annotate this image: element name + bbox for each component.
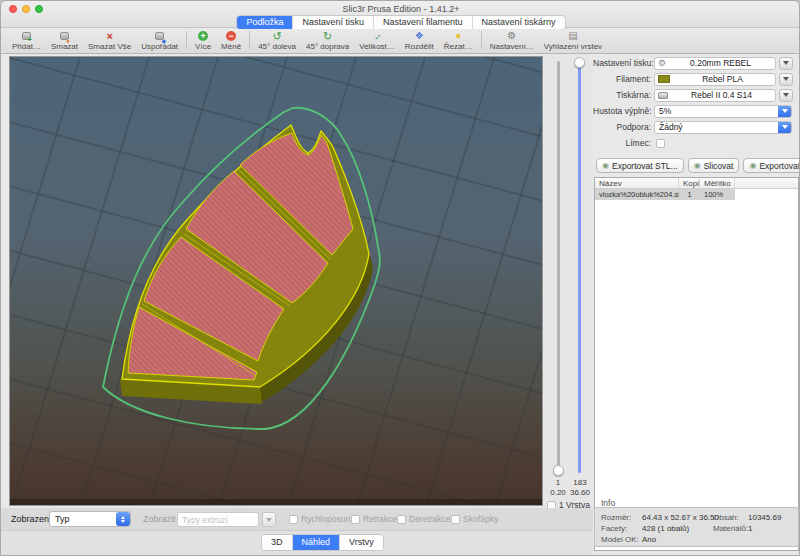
bottom-layer-number: 1	[550, 478, 566, 487]
extrusion-types-placeholder: Typy extruzí	[182, 515, 228, 525]
printer-label: Tiskárna:	[593, 90, 654, 100]
unretractions-option[interactable]: Deretrakce	[397, 514, 451, 524]
tab-printer-settings[interactable]: Nastavení tiskárny	[473, 16, 565, 29]
object-table-row[interactable]: vlozka%20obluk%204.stl 1 100%	[595, 189, 735, 200]
retractions-checkbox[interactable]	[351, 515, 360, 524]
view-mode-label: Zobrazení	[11, 514, 52, 524]
materials-value: 1	[748, 524, 752, 533]
slice-button[interactable]: ◉ Slicovat	[688, 158, 740, 173]
infill-density-value: 5%	[655, 106, 778, 116]
delete-button[interactable]: ● Smazat	[46, 30, 83, 51]
size-label: Rozměr:	[601, 513, 631, 522]
bottom-layer-slider-knob[interactable]	[553, 465, 564, 476]
support-select[interactable]: Žádný	[654, 121, 792, 134]
split-button[interactable]: ❖ Rozdělit	[400, 30, 439, 51]
toolbar: + Přidat… ● Smazat × Smazat Vše ◆ Uspořá…	[1, 29, 800, 54]
filament-dropdown-button[interactable]	[779, 73, 793, 86]
fewer-copies-button[interactable]: − Méně	[216, 30, 246, 51]
object-copies: 1	[679, 189, 700, 200]
shells-option[interactable]: Skořápky	[451, 514, 498, 524]
filament-combo[interactable]: Rebel PLA	[654, 73, 776, 86]
volume-label: Obsah:	[713, 513, 739, 522]
rotate-right-button[interactable]: ↻ 45° doprava	[301, 30, 354, 51]
delete-all-button[interactable]: × Smazat Vše	[83, 30, 136, 51]
sliced-model-scene	[10, 57, 542, 505]
toolbar-separator	[481, 31, 482, 49]
window-title: Slic3r Prusa Edition - 1.41.2+	[1, 4, 800, 14]
more-copies-icon: +	[198, 30, 208, 42]
volume-value: 10345.69	[748, 513, 781, 522]
print-settings-dropdown-button[interactable]	[779, 57, 793, 70]
retractions-label: Retrakce	[363, 514, 397, 524]
travel-option[interactable]: Rychloposun	[289, 514, 350, 524]
fewer-copies-icon: −	[226, 30, 236, 42]
add-button[interactable]: + Přidat…	[7, 30, 46, 51]
3d-preview-viewport[interactable]	[9, 56, 543, 506]
cut-icon: ●	[455, 30, 461, 42]
shells-checkbox[interactable]	[451, 515, 460, 524]
view-layers-button[interactable]: Vrstvy	[340, 535, 383, 550]
view-switcher: 3D Náhled Vrstvy	[261, 534, 384, 551]
view-preview-button[interactable]: Náhled	[293, 535, 341, 550]
view-3d-button[interactable]: 3D	[262, 535, 293, 550]
settings-button[interactable]: ⚙ Nastavení…	[485, 30, 539, 51]
support-label: Podpora:	[593, 122, 654, 132]
bottom-layer-slider-track[interactable]	[557, 61, 560, 473]
top-layer-slider-knob[interactable]	[574, 57, 585, 68]
split-icon: ❖	[415, 30, 424, 42]
tab-filament-settings[interactable]: Nastavení filamentu	[374, 16, 473, 29]
brim-checkbox[interactable]	[656, 139, 665, 148]
infill-density-dropdown-button[interactable]	[778, 105, 791, 118]
delete-object-icon: ●	[60, 30, 69, 42]
printer-value: Rebel II 0.4 S14	[671, 90, 772, 100]
rotate-left-button[interactable]: ↺ 45° doleva	[253, 30, 301, 51]
infill-density-label: Hustota výplně:	[593, 106, 654, 116]
print-settings-combo[interactable]: ⚙ 0.20mm REBEL	[654, 57, 776, 70]
arrange-button[interactable]: ◆ Uspořádat	[136, 30, 183, 51]
more-copies-button[interactable]: + Více	[190, 30, 216, 51]
scale-button[interactable]: ↔ Velikost…	[354, 30, 400, 51]
support-dropdown-button[interactable]	[778, 121, 791, 134]
object-table-header: Název Kopií Měřítko	[595, 178, 798, 189]
slice-icon: ◉	[694, 162, 701, 170]
info-box: Rozměr: 64.43 x 52.67 x 36.50 Obsah: 103…	[594, 507, 799, 547]
extrusion-types-dropdown-button[interactable]	[262, 512, 276, 527]
view-mode-select[interactable]: Typ	[49, 511, 131, 527]
tab-print-settings[interactable]: Nastavení tisku	[293, 16, 374, 29]
brim-label: Límec:	[593, 138, 654, 148]
bed-front-edge	[10, 499, 542, 505]
facets-value: 428 (1 obalů)	[642, 524, 689, 533]
unretractions-label: Deretrakce	[409, 514, 451, 524]
cut-button[interactable]: ● Řezat…	[439, 30, 478, 51]
object-list-table: Název Kopií Měřítko vlozka%20obluk%204.s…	[594, 177, 799, 551]
printer-combo[interactable]: Rebel II 0.4 S14	[654, 89, 776, 102]
travel-checkbox[interactable]	[289, 515, 298, 524]
layer-slider-area: 1 183 0.20 36.60 1 Vrstva	[544, 54, 593, 508]
print-settings-label: Nastavení tisku:	[593, 58, 654, 68]
column-header-scale: Měřítko	[700, 178, 735, 188]
retractions-option[interactable]: Retrakce	[351, 514, 397, 524]
add-object-icon: +	[22, 30, 31, 42]
select-stepper-icon	[116, 512, 130, 526]
main-tab-bar: Podložka Nastavení tisku Nastavení filam…	[1, 15, 800, 30]
layer-smoothing-icon: ▤	[568, 30, 577, 42]
extrusion-types-input[interactable]: Typy extruzí	[177, 512, 259, 527]
preview-bottom-bar: Zobrazení Typ Zobrazit Typy extruzí Rych…	[1, 508, 593, 556]
tab-podlozka[interactable]: Podložka	[237, 16, 293, 29]
object-scale: 100%	[700, 189, 735, 200]
top-layer-slider-track[interactable]	[578, 61, 581, 473]
unretractions-checkbox[interactable]	[397, 515, 406, 524]
export-gcode-icon: ◉	[749, 162, 756, 170]
export-buttons-row: ◉ Exportovat STL... ◉ Slicovat ◉ Exporto…	[596, 158, 799, 173]
export-stl-button[interactable]: ◉ Exportovat STL...	[596, 158, 684, 173]
column-header-name: Název	[595, 178, 679, 188]
infill-density-select[interactable]: 5%	[654, 105, 792, 118]
export-gcode-button[interactable]: ◉ Exportovat G-kód...	[743, 158, 800, 173]
column-header-copies: Kopií	[679, 178, 700, 188]
filament-label: Filament:	[593, 74, 654, 84]
printer-dropdown-button[interactable]	[779, 89, 793, 102]
titlebar: Slic3r Prusa Edition - 1.41.2+ Podložka …	[1, 1, 800, 28]
facets-label: Facety:	[601, 524, 627, 533]
view-mode-value: Typ	[50, 514, 116, 524]
layer-smoothing-button[interactable]: ▤ Vyhlazení vrstev	[539, 30, 607, 51]
